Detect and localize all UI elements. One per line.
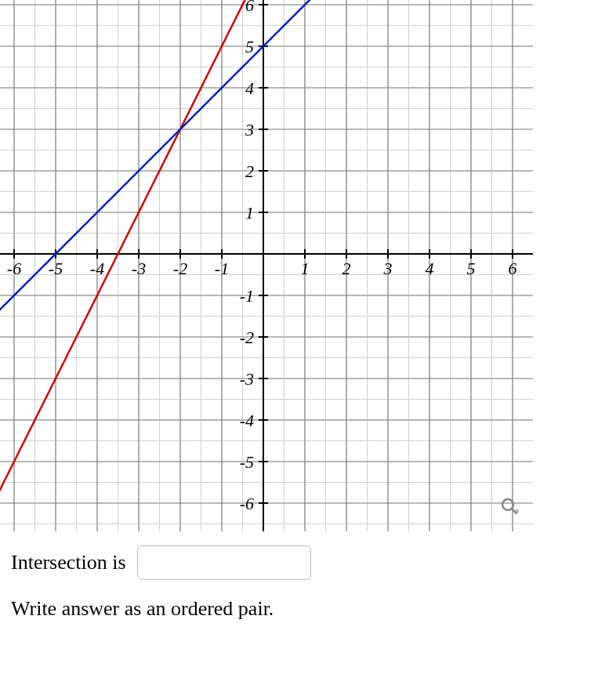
svg-text:3: 3 [383,259,393,278]
svg-text:-5: -5 [240,452,254,472]
svg-text:6: 6 [509,259,517,278]
svg-text:4: 4 [426,259,434,278]
svg-text:-4: -4 [90,259,104,278]
instruction-text: Write answer as an ordered pair. [11,597,616,621]
magnify-icon[interactable] [500,497,519,516]
svg-text:1: 1 [301,259,310,278]
svg-text:-5: -5 [49,259,63,278]
svg-line-128 [0,0,533,317]
svg-text:4: 4 [245,78,254,98]
svg-text:-4: -4 [240,411,254,430]
svg-text:-6: -6 [7,259,21,278]
coordinate-graph: -6-5-4-3-2-1123456-6-5-4-3-2-1123456 [0,0,533,531]
svg-point-129 [502,499,513,510]
svg-text:-3: -3 [132,259,146,278]
svg-text:-2: -2 [173,259,187,278]
svg-text:2: 2 [245,161,254,181]
svg-text:-1: -1 [215,259,229,278]
svg-text:6: 6 [245,0,254,15]
svg-text:5: 5 [467,259,476,278]
svg-text:-6: -6 [240,494,254,513]
svg-text:5: 5 [245,37,254,56]
svg-text:2: 2 [342,259,351,278]
svg-text:3: 3 [245,120,254,139]
svg-text:1: 1 [245,203,254,223]
svg-line-127 [0,0,533,503]
graph-svg: -6-5-4-3-2-1123456-6-5-4-3-2-1123456 [0,0,533,531]
intersection-input[interactable] [137,545,311,580]
svg-text:-1: -1 [240,286,254,306]
svg-text:-3: -3 [240,369,254,389]
answer-row: Intersection is [11,545,616,580]
svg-text:-2: -2 [240,328,254,347]
svg-line-130 [512,509,516,513]
prompt-label: Intersection is [11,551,126,574]
